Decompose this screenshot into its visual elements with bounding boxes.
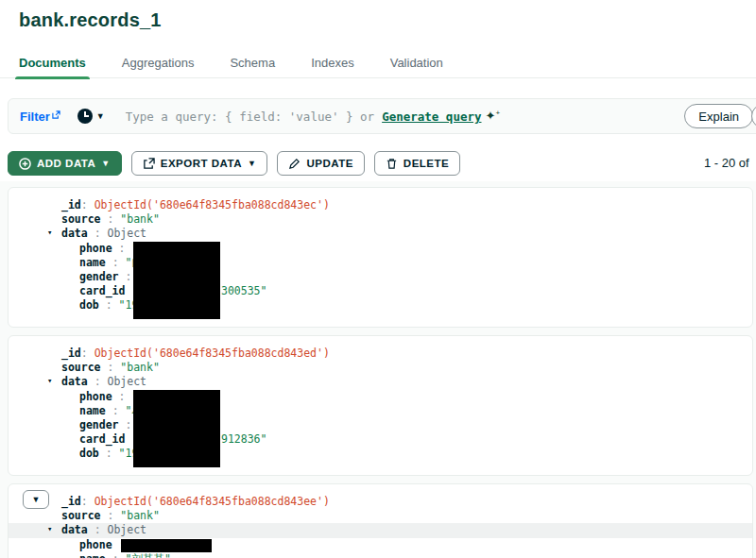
- sparkle-icon: ✦+: [485, 109, 500, 123]
- document-card[interactable]: _id: ObjectId('680e64f8345fba088cd843ec'…: [8, 187, 753, 328]
- add-data-label: ADD DATA: [37, 158, 95, 169]
- field-line-dob: dob : "19: [9, 298, 752, 313]
- field-line-card-id: card_id : 912836": [9, 432, 752, 447]
- pagination-range: 1 - 20 of: [704, 156, 749, 170]
- filter-label: Filter: [20, 110, 50, 124]
- redaction-box: [133, 242, 220, 319]
- generate-query-link[interactable]: Generate query: [382, 110, 481, 124]
- field-line-source: source : "bank": [9, 361, 752, 375]
- field-line-source: source : "bank": [9, 509, 752, 523]
- delete-button[interactable]: DELETE: [374, 151, 460, 176]
- query-bar: Filter ▼ Type a query: { field: 'value' …: [8, 98, 756, 134]
- tab-schema[interactable]: Schema: [226, 53, 279, 78]
- collapse-caret-icon[interactable]: ▾: [47, 376, 52, 385]
- tab-aggregations[interactable]: Aggregations: [118, 53, 198, 78]
- external-link-icon: [52, 110, 60, 119]
- query-input[interactable]: Type a query: { field: 'value' } or: [126, 110, 374, 124]
- chevron-down-icon: ▼: [248, 160, 256, 168]
- field-line-id: _id: ObjectId('680e64f8345fba088cd843ee'…: [9, 495, 752, 509]
- tab-documents[interactable]: Documents: [15, 53, 90, 78]
- tab-validation[interactable]: Validation: [387, 53, 447, 78]
- chevron-down-icon: ▼: [96, 112, 105, 121]
- field-line-data: ▾data : Object: [9, 523, 752, 537]
- export-data-button[interactable]: EXPORT DATA ▼: [131, 151, 268, 176]
- crud-toolbar: ADD DATA ▼ EXPORT DATA ▼ UPDATE DELETE 1…: [8, 151, 756, 176]
- redaction-box: [133, 390, 220, 467]
- tab-indexes[interactable]: Indexes: [307, 53, 358, 78]
- field-line-name: name : "牟: [9, 404, 752, 418]
- clock-icon: [77, 109, 93, 124]
- field-line-name: name : "闫: [9, 256, 752, 270]
- document-list: _id: ObjectId('680e64f8345fba088cd843ec'…: [0, 181, 756, 558]
- collapse-caret-icon[interactable]: ▾: [47, 524, 52, 533]
- pencil-icon: [288, 158, 301, 170]
- chevron-down-icon: ▼: [101, 160, 110, 168]
- field-line-id: _id: ObjectId('680e64f8345fba088cd843ec'…: [9, 198, 752, 212]
- add-data-button[interactable]: ADD DATA ▼: [8, 151, 122, 176]
- explain-button[interactable]: Explain: [684, 104, 753, 128]
- trash-icon: [386, 158, 398, 170]
- delete-label: DELETE: [404, 158, 449, 169]
- collapse-caret-icon[interactable]: ▾: [47, 228, 52, 237]
- objectid-value: ObjectId('680e64f8345fba088cd843ec'): [94, 198, 330, 211]
- field-line-name: name : "刘某某": [9, 552, 752, 558]
- field-line-gender: gender :: [9, 418, 752, 432]
- document-card[interactable]: _id: ObjectId('680e64f8345fba088cd843ed'…: [8, 335, 753, 476]
- update-button[interactable]: UPDATE: [277, 151, 364, 176]
- plus-circle-icon: [19, 158, 31, 170]
- field-line-card-id: card_id : 300535": [9, 284, 752, 298]
- field-line-phone: phone : ": [9, 390, 752, 404]
- field-line-data: ▾data : Object: [9, 227, 752, 241]
- filter-link[interactable]: Filter: [20, 110, 60, 124]
- field-line-gender: gender :: [9, 270, 752, 284]
- redaction-box: [121, 539, 212, 552]
- query-history-button[interactable]: ▼: [77, 109, 105, 124]
- field-line-dob: dob : "19: [9, 447, 752, 461]
- export-data-label: EXPORT DATA: [161, 158, 242, 169]
- document-card[interactable]: ▼ _id: ObjectId('680e64f8345fba088cd843e…: [8, 483, 753, 558]
- field-line-source: source : "bank": [9, 212, 752, 227]
- field-line-phone: phone : ": [9, 242, 752, 256]
- find-button-partial[interactable]: [751, 104, 756, 128]
- field-line-data: ▾data : Object: [9, 375, 752, 389]
- tab-bar: Documents Aggregations Schema Indexes Va…: [0, 53, 756, 78]
- field-line-id: _id: ObjectId('680e64f8345fba088cd843ed'…: [9, 347, 752, 361]
- collection-title: bank.records_1: [19, 9, 162, 31]
- objectid-value: ObjectId('680e64f8345fba088cd843ee'): [94, 495, 330, 508]
- export-icon: [143, 158, 155, 170]
- update-label: UPDATE: [306, 158, 352, 169]
- objectid-value: ObjectId('680e64f8345fba088cd843ed'): [94, 347, 330, 360]
